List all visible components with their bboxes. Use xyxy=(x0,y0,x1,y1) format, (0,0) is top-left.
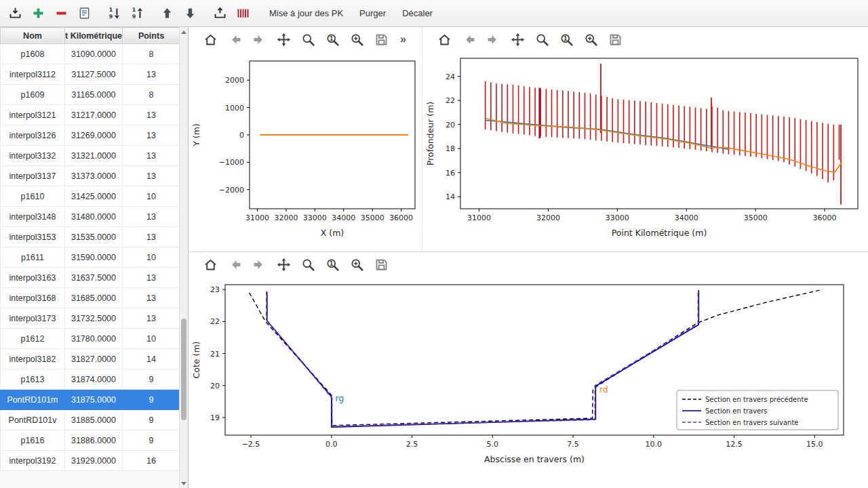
table-row[interactable]: PontRD101m31875.00009 xyxy=(1,390,180,410)
svg-text:20: 20 xyxy=(210,382,220,390)
pan-button[interactable] xyxy=(509,31,526,47)
table-row[interactable]: p161331874.00009 xyxy=(1,369,180,390)
zoom-original-button[interactable] xyxy=(558,31,574,47)
table-row[interactable]: p161031425.000010 xyxy=(1,186,180,207)
table-row[interactable]: interpol314831480.000013 xyxy=(1,207,180,227)
table-row[interactable]: interpol312631269.000013 xyxy=(1,125,180,146)
sort-descending-button[interactable] xyxy=(126,3,148,24)
remove-section-button[interactable] xyxy=(50,3,72,24)
svg-text:0: 0 xyxy=(239,131,244,140)
svg-text:Section en travers précédente: Section en travers précédente xyxy=(705,396,808,403)
cell-nom: interpol3153 xyxy=(1,227,65,247)
purge-button[interactable]: Purger xyxy=(352,3,393,24)
table-row[interactable]: interpol318231827.000014 xyxy=(1,349,180,369)
back-button[interactable] xyxy=(460,31,477,47)
cell-points: 10 xyxy=(123,247,180,268)
table-row[interactable]: interpol311231127.500013 xyxy=(1,64,180,85)
sections-table: Nom t Kilométrique Points p160831090.000… xyxy=(0,27,180,471)
pan-button[interactable] xyxy=(275,31,292,47)
move-down-button[interactable] xyxy=(179,3,201,24)
svg-text:14: 14 xyxy=(446,192,455,201)
cell-points: 9 xyxy=(123,369,180,390)
table-row[interactable]: interpol316331637.500013 xyxy=(1,268,180,288)
home-button[interactable] xyxy=(202,31,218,47)
longitudinal-profile-chart[interactable]: 3100032000330003400035000360001416182022… xyxy=(422,52,867,252)
cell-points: 13 xyxy=(123,166,180,186)
table-row[interactable]: interpol312131217.000013 xyxy=(1,105,180,125)
table-row[interactable]: interpol317331732.500013 xyxy=(1,308,180,329)
y-axis-label: Profondeur (m) xyxy=(425,102,435,165)
column-header-nom[interactable]: Nom xyxy=(1,28,65,44)
table-row[interactable]: p161231780.000010 xyxy=(1,329,180,349)
cell-pk: 31874.0000 xyxy=(65,369,123,390)
home-button[interactable] xyxy=(436,31,452,47)
scroll-up-icon[interactable] xyxy=(180,27,188,37)
back-button[interactable] xyxy=(226,31,243,47)
cell-nom: PontRD101m xyxy=(1,390,65,410)
plus-icon xyxy=(31,6,45,20)
import-button[interactable] xyxy=(4,3,26,24)
save-figure-button[interactable] xyxy=(607,31,623,47)
cell-pk: 31127.5000 xyxy=(65,64,123,85)
sort-ascending-button[interactable] xyxy=(103,3,125,24)
zoom-original-button[interactable] xyxy=(324,256,340,272)
cell-pk: 31090.0000 xyxy=(65,44,123,64)
toolbar-overflow-chevron[interactable]: » xyxy=(400,33,406,45)
scrollbar-thumb[interactable] xyxy=(181,319,186,420)
export-button[interactable] xyxy=(209,3,231,24)
svg-text:33000: 33000 xyxy=(606,214,629,222)
cell-nom: interpol3182 xyxy=(1,349,65,369)
pan-button[interactable] xyxy=(275,256,292,272)
cell-points: 10 xyxy=(123,186,180,207)
column-header-points[interactable]: Points xyxy=(123,28,180,44)
table-row[interactable]: interpol315331535.000013 xyxy=(1,227,180,247)
sort-descending-icon xyxy=(130,6,144,20)
zoom-button[interactable] xyxy=(300,31,316,47)
cell-pk: 31929.0000 xyxy=(65,451,123,471)
edit-section-button[interactable] xyxy=(73,3,95,24)
zoom-in-button[interactable] xyxy=(583,31,599,47)
column-header-pk[interactable]: t Kilométrique xyxy=(65,28,123,44)
floppy-icon xyxy=(374,33,389,47)
cell-points: 13 xyxy=(123,64,180,85)
sections-button[interactable] xyxy=(232,3,254,24)
save-figure-button[interactable] xyxy=(373,31,389,47)
save-figure-button[interactable] xyxy=(373,256,389,272)
x-axis-label: X (m) xyxy=(321,228,344,238)
plot-frame xyxy=(460,58,858,209)
svg-text:24: 24 xyxy=(446,73,455,81)
table-row[interactable]: interpol313731373.000013 xyxy=(1,166,180,186)
shift-button[interactable]: Décaler xyxy=(395,3,440,24)
table-row[interactable]: p160831090.00008 xyxy=(1,44,180,64)
forward-button[interactable] xyxy=(251,256,267,272)
table-row[interactable]: p160931165.00008 xyxy=(1,85,180,105)
zoom-original-button[interactable] xyxy=(324,31,340,47)
zoom-button[interactable] xyxy=(300,256,316,272)
svg-text:22: 22 xyxy=(446,96,455,105)
table-row[interactable]: interpol316831685.000013 xyxy=(1,288,180,308)
table-row[interactable]: interpol313231321.000013 xyxy=(1,146,180,166)
table-scrollbar[interactable] xyxy=(179,27,188,488)
scroll-down-icon[interactable] xyxy=(180,479,188,488)
zoom-in-button[interactable] xyxy=(349,31,365,47)
update-pk-button[interactable]: Mise à jour des PK xyxy=(262,3,351,24)
table-row[interactable]: p161631886.00009 xyxy=(1,430,180,451)
legend: Section en travers précédenteSection en … xyxy=(677,390,838,430)
plan-plot-block: » 31000320003300034000350003600020001000… xyxy=(189,27,422,251)
move-up-button[interactable] xyxy=(156,3,178,24)
profile-plot-toolbar xyxy=(422,27,868,52)
add-section-button[interactable] xyxy=(27,3,49,24)
zoom-in-button[interactable] xyxy=(349,256,365,272)
zoom-button[interactable] xyxy=(534,31,550,47)
back-button[interactable] xyxy=(226,256,243,272)
forward-button[interactable] xyxy=(251,31,267,47)
forward-button[interactable] xyxy=(485,31,501,47)
cell-points: 13 xyxy=(123,288,180,308)
home-button[interactable] xyxy=(202,256,218,272)
table-row[interactable]: PontRD101v31885.00009 xyxy=(1,410,180,430)
table-row[interactable]: p161131590.000010 xyxy=(1,247,180,268)
plan-view-chart[interactable]: 310003200033000340003500036000200010000−… xyxy=(189,52,422,252)
cross-section-chart[interactable]: −2.50.02.55.07.510.012.515.01920212223Ab… xyxy=(189,277,868,480)
svg-text:15.0: 15.0 xyxy=(806,440,823,449)
table-row[interactable]: interpol319231929.000016 xyxy=(1,451,180,471)
